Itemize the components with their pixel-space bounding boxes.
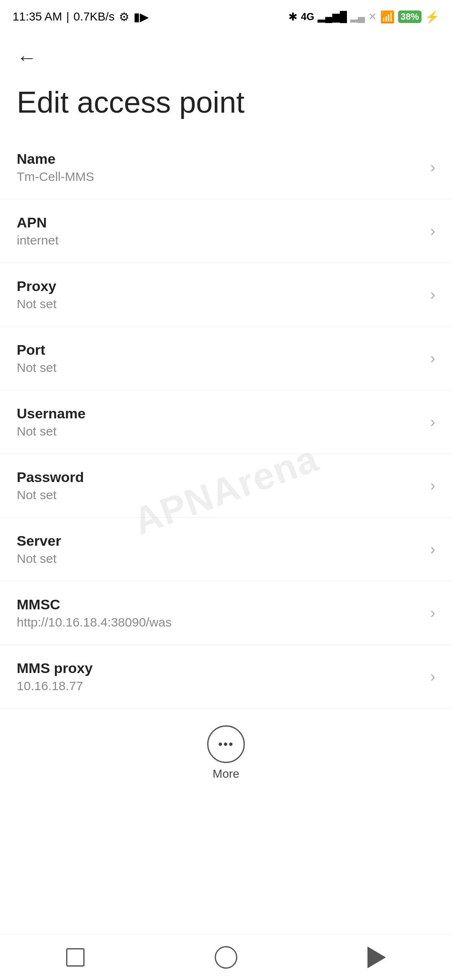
settings-item-label: MMSC <box>17 596 422 613</box>
more-label: More <box>213 767 239 781</box>
settings-item-value: Not set <box>17 424 422 438</box>
settings-item[interactable]: APNinternet› <box>0 199 452 263</box>
chevron-right-icon: › <box>430 159 435 176</box>
recent-apps-icon <box>66 948 85 967</box>
network-speed: 0.7KB/s <box>74 10 115 23</box>
back-nav-button[interactable] <box>356 945 398 970</box>
chevron-right-icon: › <box>430 286 435 304</box>
status-bar-left: 11:35 AM | 0.7KB/s ⚙ ▮▶ <box>13 10 149 24</box>
settings-item-content: MMSChttp://10.16.18.4:38090/was <box>17 596 422 629</box>
settings-item-value: Not set <box>17 297 422 311</box>
settings-item-content: PortNot set <box>17 342 422 375</box>
settings-item[interactable]: MMSChttp://10.16.18.4:38090/was› <box>0 581 452 645</box>
wifi-icon: 📶 <box>380 10 395 24</box>
signal-bars2-icon: ▂▄ <box>350 11 365 23</box>
settings-item-value: Not set <box>17 361 422 375</box>
settings-item-label: Proxy <box>17 278 422 294</box>
settings-item-label: Port <box>17 342 422 358</box>
status-bar-right: ✱ 4G ▂▄▆█ ▂▄ ✕ 📶 38 % ⚡ <box>288 10 439 24</box>
chevron-right-icon: › <box>430 222 435 240</box>
chevron-right-icon: › <box>430 477 435 495</box>
more-button[interactable]: ••• <box>207 725 245 763</box>
settings-item-value: http://10.16.18.4:38090/was <box>17 615 422 629</box>
settings-item-label: Password <box>17 469 422 485</box>
settings-item-content: MMS proxy10.16.18.77 <box>17 660 422 693</box>
settings-item[interactable]: ServerNot set› <box>0 518 452 581</box>
settings-item[interactable]: PortNot set› <box>0 327 452 390</box>
recent-apps-button[interactable] <box>54 945 96 970</box>
more-button-area: ••• More <box>0 709 452 789</box>
signal-bars-icon: ▂▄▆█ <box>318 11 347 23</box>
settings-list: NameTm-Cell-MMS›APNinternet›ProxyNot set… <box>0 136 452 709</box>
camera-icon: ▮▶ <box>134 10 149 24</box>
chevron-right-icon: › <box>430 668 435 686</box>
settings-item[interactable]: ProxyNot set› <box>0 263 452 327</box>
settings-item[interactable]: MMS proxy10.16.18.77› <box>0 645 452 709</box>
speed-display: | <box>66 10 69 23</box>
settings-item-value: internet <box>17 233 422 248</box>
back-arrow-icon: ← <box>17 46 37 69</box>
chevron-right-icon: › <box>430 350 435 367</box>
page-title: Edit access point <box>0 77 452 136</box>
settings-item[interactable]: UsernameNot set› <box>0 390 452 454</box>
settings-item-content: UsernameNot set <box>17 405 422 438</box>
settings-item[interactable]: PasswordNot set› <box>0 454 452 518</box>
settings-item-value: 10.16.18.77 <box>17 679 422 693</box>
bluetooth-icon: ✱ <box>288 10 298 23</box>
back-button[interactable]: ← <box>13 42 41 73</box>
back-nav-icon <box>367 946 386 968</box>
settings-item-content: ServerNot set <box>17 533 422 566</box>
chevron-right-icon: › <box>430 604 435 622</box>
chevron-right-icon: › <box>430 413 435 431</box>
settings-item-content: APNinternet <box>17 214 422 248</box>
chevron-right-icon: › <box>430 541 435 558</box>
signal-4g-icon: 4G <box>301 11 314 23</box>
settings-item[interactable]: NameTm-Cell-MMS› <box>0 136 452 199</box>
status-bar: 11:35 AM | 0.7KB/s ⚙ ▮▶ ✱ 4G ▂▄▆█ ▂▄ ✕ 📶… <box>0 0 452 34</box>
settings-item-content: PasswordNot set <box>17 469 422 502</box>
battery-display: 38 % <box>398 10 421 23</box>
settings-item-label: APN <box>17 214 422 231</box>
back-button-row: ← <box>0 34 452 77</box>
charging-icon: ⚡ <box>425 10 439 24</box>
time-display: 11:35 AM <box>13 10 62 23</box>
settings-item-value: Not set <box>17 488 422 502</box>
bottom-nav <box>0 934 452 980</box>
settings-item-label: Username <box>17 405 422 422</box>
settings-item-label: Name <box>17 151 422 167</box>
home-icon <box>215 946 237 969</box>
settings-item-label: MMS proxy <box>17 660 422 676</box>
battery-level: 38 <box>401 11 411 22</box>
settings-item-content: NameTm-Cell-MMS <box>17 151 422 184</box>
home-button[interactable] <box>205 945 247 970</box>
settings-item-label: Server <box>17 533 422 549</box>
signal-x-icon: ✕ <box>368 11 377 23</box>
settings-item-content: ProxyNot set <box>17 278 422 311</box>
settings-item-value: Not set <box>17 552 422 566</box>
settings-item-value: Tm-Cell-MMS <box>17 170 422 184</box>
settings-icon: ⚙ <box>119 10 129 24</box>
more-dots-icon: ••• <box>218 737 234 751</box>
